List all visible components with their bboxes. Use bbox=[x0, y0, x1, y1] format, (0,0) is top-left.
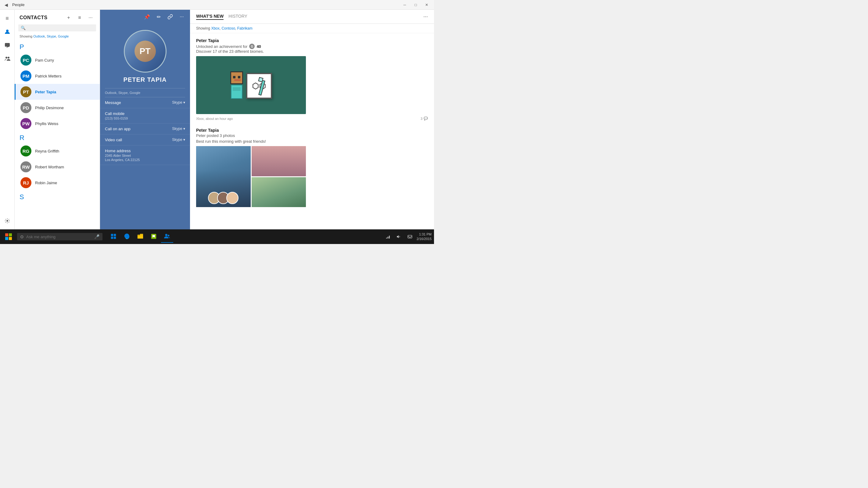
achievement-points: 40 bbox=[256, 44, 261, 49]
skype-link[interactable]: Skype bbox=[46, 34, 56, 38]
message-action[interactable]: Message Skype ▾ bbox=[100, 97, 190, 108]
taskbar-search-box[interactable]: ⊙ 🎤 bbox=[17, 233, 102, 240]
xbox-filter-link[interactable]: Xbox bbox=[211, 26, 219, 30]
contact-name: Pam Curry bbox=[35, 58, 54, 63]
address-section: Home address 2345 Alder Street Los Angel… bbox=[100, 146, 190, 165]
taskbar-clock[interactable]: 1:31 PM 2/16/2015 bbox=[416, 232, 432, 242]
photo-top-right bbox=[252, 146, 306, 176]
message-label: Message bbox=[105, 100, 121, 105]
minimize-button[interactable]: ─ bbox=[400, 1, 410, 8]
call-mobile-label: Call mobile bbox=[105, 111, 128, 116]
activity-photos-caption: Best run this morning with great friends… bbox=[196, 139, 428, 144]
video-call-service: Skype ▾ bbox=[172, 138, 185, 142]
pin-icon[interactable]: 📌 bbox=[143, 12, 152, 21]
contacts-nav-icon[interactable] bbox=[1, 26, 13, 38]
network-icon[interactable] bbox=[384, 233, 392, 241]
video-call-label: Video call bbox=[105, 138, 122, 142]
messages-nav-icon[interactable] bbox=[1, 39, 13, 51]
contact-patrick-metters[interactable]: PM Patrick Metters bbox=[14, 68, 100, 84]
back-button[interactable]: ◀ bbox=[2, 1, 10, 8]
contoso-filter-link[interactable]: Contoso bbox=[221, 26, 235, 30]
avatar: PT bbox=[21, 86, 31, 97]
contact-phyllis-weiss[interactable]: PW Phyllis Weiss bbox=[14, 116, 100, 131]
detail-more-icon[interactable]: ··· bbox=[177, 12, 186, 21]
taskbar-app-store2[interactable] bbox=[148, 231, 160, 243]
contact-philip-desimone[interactable]: PD Philip Desimone bbox=[14, 100, 100, 116]
whatsnew-more-button[interactable]: ··· bbox=[423, 13, 428, 20]
photo-bottom-right bbox=[252, 177, 306, 207]
call-on-app-label: Call on an app bbox=[105, 127, 130, 131]
hamburger-menu-icon[interactable]: ≡ bbox=[1, 12, 13, 24]
tab-history[interactable]: HISTORY bbox=[228, 14, 247, 20]
taskbar-app-store[interactable] bbox=[107, 231, 120, 243]
video-call-action[interactable]: Video call Skype ▾ bbox=[100, 134, 190, 146]
contact-pam-curry[interactable]: PC Pam Curry bbox=[14, 52, 100, 68]
microphone-icon[interactable]: 🎤 bbox=[94, 234, 99, 239]
svg-point-2 bbox=[5, 57, 7, 59]
svg-point-4 bbox=[6, 220, 8, 221]
svg-point-3 bbox=[8, 57, 9, 59]
activity-person-name: Peter Tapia bbox=[196, 38, 428, 43]
address-line1: 2345 Alder Street bbox=[105, 154, 185, 157]
title-bar: ◀ People ─ □ ✕ bbox=[0, 0, 434, 10]
settings-nav-icon[interactable] bbox=[1, 215, 13, 227]
volume-icon[interactable] bbox=[395, 233, 403, 241]
whatsnew-showing: Showing Xbox, Contoso, Fabrikam bbox=[190, 24, 434, 33]
contact-peter-tapia[interactable]: PT Peter Tapia bbox=[14, 84, 100, 100]
contacts-header: CONTACTS + ≡ ··· bbox=[14, 10, 100, 24]
phone-number: (213) 555-0159 bbox=[105, 117, 128, 120]
svg-rect-6 bbox=[114, 234, 116, 236]
taskbar-app-explorer[interactable] bbox=[134, 231, 146, 243]
start-button[interactable] bbox=[2, 231, 14, 243]
address-label: Home address bbox=[105, 149, 185, 153]
call-mobile-action[interactable]: Call mobile (213) 555-0159 bbox=[100, 108, 190, 124]
contacts-list: P PC Pam Curry PM Patrick Metters PT Pet… bbox=[14, 40, 100, 230]
add-contact-button[interactable]: + bbox=[64, 13, 73, 22]
main-area: ≡ CONTACTS bbox=[0, 10, 434, 230]
contact-full-name: PETER TAPIA bbox=[124, 76, 167, 83]
svg-rect-7 bbox=[111, 237, 113, 239]
taskbar-app-people[interactable] bbox=[161, 231, 173, 243]
search-icon: 🔍 bbox=[21, 26, 26, 30]
contact-name: Philip Desimone bbox=[35, 105, 64, 110]
notification-icon[interactable] bbox=[406, 233, 414, 241]
outlook-link[interactable]: Outlook bbox=[33, 34, 45, 38]
letter-p: P bbox=[14, 40, 100, 52]
date-display: 2/16/2015 bbox=[416, 237, 432, 241]
achievement-badge-icon: G bbox=[249, 43, 255, 49]
maximize-button[interactable]: □ bbox=[411, 1, 421, 8]
contact-name: Peter Tapia bbox=[35, 90, 56, 94]
edit-contact-icon[interactable]: ✏ bbox=[154, 12, 163, 21]
fabrikam-filter-link[interactable]: Fabrikam bbox=[237, 26, 252, 30]
achievement-image: ⬡⬡ bbox=[196, 56, 306, 114]
groups-nav-icon[interactable] bbox=[1, 53, 13, 65]
whatsnew-tabs: WHAT'S NEW HISTORY bbox=[196, 14, 247, 20]
svg-rect-10 bbox=[137, 235, 140, 236]
svg-rect-16 bbox=[388, 237, 389, 239]
contact-robert-wortham[interactable]: RW Robert Wortham bbox=[14, 159, 100, 175]
activity-photos-description: Peter posted 3 photos bbox=[196, 133, 428, 138]
taskbar: ⊙ 🎤 bbox=[0, 230, 434, 244]
search-box[interactable]: 🔍 bbox=[18, 24, 96, 31]
showing-sources-text: Showing Outlook, Skype, Google bbox=[14, 34, 100, 40]
taskbar-search-input[interactable] bbox=[26, 235, 92, 239]
link-contact-icon[interactable] bbox=[165, 12, 175, 21]
call-on-app-action[interactable]: Call on an app Skype ▾ bbox=[100, 124, 190, 134]
search-input[interactable] bbox=[27, 26, 94, 30]
contacts-more-button[interactable]: ··· bbox=[86, 13, 95, 22]
achievement-description: Discover 17 of the 23 different biomes. bbox=[196, 49, 428, 54]
avatar: PW bbox=[21, 118, 31, 129]
detail-sources: Outlook, Skype, Google bbox=[100, 88, 190, 97]
list-view-button[interactable]: ≡ bbox=[75, 13, 84, 22]
contact-name: Phyllis Weiss bbox=[35, 121, 58, 126]
message-service: Skype ▾ bbox=[172, 100, 185, 104]
close-button[interactable]: ✕ bbox=[422, 1, 432, 8]
tab-whatsnew[interactable]: WHAT'S NEW bbox=[196, 14, 223, 20]
contact-reyna-griffith[interactable]: RG Reyna Griffith bbox=[14, 143, 100, 159]
contact-robin-jaime[interactable]: RJ Robin Jaime bbox=[14, 175, 100, 191]
svg-rect-8 bbox=[114, 237, 116, 239]
avatar: PC bbox=[21, 55, 31, 66]
taskbar-app-edge[interactable] bbox=[121, 231, 133, 243]
avatar: RG bbox=[21, 146, 31, 156]
google-link[interactable]: Google bbox=[58, 34, 69, 38]
